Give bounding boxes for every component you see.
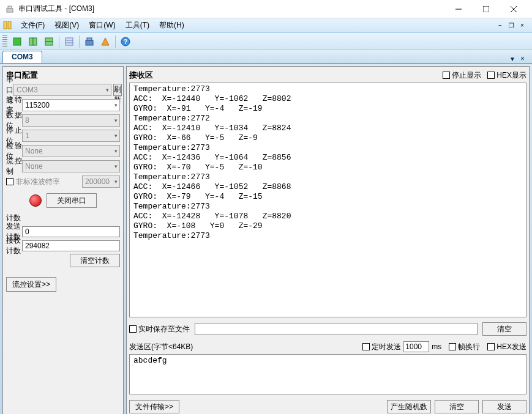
frame-newline-label: 帧换行 [458,342,480,352]
recv-title: 接收区 [129,70,443,81]
tab-strip: COM3 ▼ × [0,50,532,64]
recv-count-input[interactable] [22,240,120,251]
toolbar: ? [0,33,532,50]
window-title: 串口调试工具 - [COM3] [18,4,444,14]
menu-window[interactable]: 窗口(W) [84,19,120,32]
flow-settings-button[interactable]: 流控设置>> [6,277,56,292]
save-file-checkbox[interactable] [129,325,137,333]
svg-rect-16 [86,40,93,45]
tab-close-icon[interactable]: × [518,54,527,63]
hex-display-checkbox[interactable] [487,72,495,79]
svg-rect-8 [13,38,21,45]
flowcontrol-select[interactable] [22,160,120,172]
toolbar-btn-4[interactable] [62,34,77,49]
frame-newline-checkbox[interactable] [449,343,456,350]
window-controls [444,1,527,18]
parity-select[interactable] [22,145,120,157]
mdi-minimize-button[interactable]: − [495,21,505,30]
timer-unit: ms [432,342,441,351]
maximize-button[interactable] [472,1,500,18]
baud-select[interactable] [22,99,120,111]
workspace: 串口配置 串口号 ▾ 刷新 波特率 ▾ 数据位 [0,64,532,414]
nonstandard-input[interactable] [82,176,120,188]
clear-send-button[interactable]: 清空 [435,400,479,413]
minimize-button[interactable] [444,1,472,18]
stop-display-label: 停止显示 [452,70,481,81]
svg-rect-12 [45,42,53,45]
menu-tools[interactable]: 工具(T) [121,19,154,32]
app-icon [5,4,15,14]
timer-send-label: 定时发送 [372,342,401,352]
toolbar-btn-5[interactable] [82,34,97,49]
nonstandard-checkbox[interactable] [6,178,13,185]
timer-interval-input[interactable] [403,341,429,352]
send-title: 发送区(字节<64KB) [129,342,362,352]
clear-count-button[interactable]: 清空计数 [70,254,120,267]
svg-rect-7 [8,21,11,29]
clear-recv-button[interactable]: 清空 [482,322,526,336]
menubar: 文件(F) 视图(V) 窗口(W) 工具(T) 帮助(H) − ❐ × [0,18,532,33]
send-button[interactable]: 发送 [482,400,526,413]
mdi-restore-button[interactable]: ❐ [506,21,516,30]
svg-rect-13 [66,38,73,45]
databits-select[interactable] [22,114,120,127]
tab-dropdown-icon[interactable]: ▼ [509,56,515,62]
stopbits-select[interactable] [22,130,120,142]
toolbar-help-icon[interactable]: ? [118,34,133,49]
close-port-button[interactable]: 关闭串口 [47,193,97,208]
svg-rect-0 [7,9,13,12]
svg-rect-10 [33,38,37,45]
save-file-label: 实时保存至文件 [138,324,190,335]
send-count-input[interactable] [22,226,120,237]
menu-file[interactable]: 文件(F) [16,19,50,32]
right-panel: 接收区 停止显示 HEX显示 Temperature:2773 ACC: X=-… [126,66,530,414]
svg-rect-9 [29,38,33,45]
toolbar-btn-1[interactable] [10,34,24,49]
toolbar-btn-3[interactable] [42,34,56,49]
timer-send-checkbox[interactable] [362,343,370,350]
menubar-app-icon[interactable] [2,20,13,31]
config-title: 串口配置 [6,70,120,81]
random-button[interactable]: 产生随机数 [387,400,431,413]
receive-textarea[interactable]: Temperature:2773 ACC: X=-12440 Y=-1062 Z… [129,83,526,317]
status-led-icon [29,194,42,207]
close-button[interactable] [500,1,527,18]
port-select[interactable] [13,84,111,96]
menu-view[interactable]: 视图(V) [50,19,84,32]
file-transfer-button[interactable]: 文件传输>> [129,400,179,413]
svg-text:?: ? [124,38,128,45]
nonstandard-label: 非标准波特率 [16,177,82,187]
menu-help[interactable]: 帮助(H) [154,19,189,32]
count-title: 计数 [6,213,120,223]
send-textarea[interactable]: abcdefg [129,354,526,394]
save-path-input[interactable] [195,323,478,335]
svg-rect-17 [87,38,92,40]
titlebar: 串口调试工具 - [COM3] [0,0,532,18]
flow-label: 流控制 [6,156,22,177]
svg-marker-18 [102,38,109,45]
toolbar-btn-2[interactable] [26,34,40,49]
refresh-button[interactable]: 刷新 [113,84,122,96]
hex-send-label: HEX发送 [496,342,526,352]
recv-count-label: 接收计数 [6,235,22,256]
stop-display-checkbox[interactable] [443,72,450,79]
svg-rect-6 [4,21,7,29]
svg-rect-11 [45,38,53,42]
mdi-close-button[interactable]: × [517,21,527,30]
hex-display-label: HEX显示 [496,70,526,81]
tab-com3[interactable]: COM3 [2,51,42,63]
hex-send-checkbox[interactable] [487,343,495,350]
left-panel: 串口配置 串口号 ▾ 刷新 波特率 ▾ 数据位 [2,66,124,414]
svg-rect-3 [483,6,489,12]
toolbar-btn-6[interactable] [98,34,113,49]
toolbar-grip [2,35,7,48]
svg-rect-1 [8,6,12,9]
